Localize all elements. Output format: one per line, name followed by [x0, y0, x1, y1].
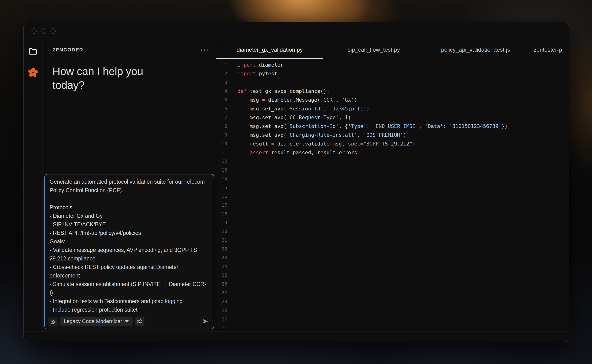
prompt-line: - Diameter Gx and Gy — [50, 212, 209, 220]
prompt-toolbar: Legacy Code Modernizer — [48, 316, 210, 326]
code-text — [227, 174, 237, 183]
line-number: 25 — [216, 271, 227, 280]
code-text: result = diameter.validate(msg, spec="3G… — [227, 139, 416, 148]
prompt-line: - Cross-check REST policy updates agains… — [50, 263, 209, 280]
code-text: def test_gx_avps_compliance(): — [227, 87, 329, 96]
tab-zentester-p[interactable]: zentester-p — [526, 40, 569, 59]
code-text: msg.set_avp('Session-Id', '12345;pcf1') — [227, 104, 370, 113]
code-editor[interactable]: 1import diameter2import pytest34def test… — [216, 59, 569, 331]
code-text — [227, 245, 237, 253]
code-line-4: 4def test_gx_avps_compliance(): — [216, 87, 569, 96]
overflow-menu-button[interactable]: ⋯ — [200, 47, 209, 52]
code-line-23: 23 — [216, 253, 569, 262]
send-button[interactable] — [200, 317, 210, 326]
line-number: 4 — [216, 87, 227, 96]
attach-file-button[interactable] — [48, 317, 58, 326]
code-line-12: 12 — [216, 157, 569, 166]
line-number: 21 — [216, 236, 227, 245]
line-number: 26 — [216, 280, 227, 288]
chat-panel-title: ZENCODER — [53, 47, 83, 53]
window-close-button[interactable] — [32, 28, 37, 34]
code-text — [227, 236, 237, 245]
prompt-line: - Simulate session establishment (SIP IN… — [50, 280, 209, 297]
line-number: 6 — [216, 104, 227, 113]
code-text — [227, 324, 237, 331]
line-number: 28 — [216, 297, 227, 306]
code-line-27: 27 — [216, 288, 569, 297]
tab-diameter-gx-validation-py[interactable]: diameter_gx_validation.py — [216, 40, 323, 59]
code-text — [227, 218, 237, 227]
code-text — [227, 227, 237, 236]
editor-tabbar: diameter_gx_validation.pysip_call_flow_t… — [216, 40, 569, 59]
tab-sip-call-flow-test-py[interactable]: sip_call_flow_test.py — [323, 40, 425, 59]
code-line-5: 5 msg = diameter.Message('CCR', 'Gx') — [216, 96, 569, 104]
zencoder-logo-icon[interactable] — [28, 67, 38, 78]
code-text — [227, 183, 237, 192]
prompt-line: - Include regression protection suitet — [50, 306, 209, 314]
window-zoom-button[interactable] — [51, 28, 56, 34]
code-text — [227, 280, 237, 288]
line-number: 16 — [216, 192, 227, 201]
welcome-heading: How can I help you today? — [53, 65, 176, 92]
prompt-line: Generate an automated protocol validatio… — [50, 177, 209, 195]
line-number: 10 — [216, 139, 227, 148]
code-text — [227, 262, 237, 271]
window-bottom-strip — [24, 332, 569, 342]
code-text — [227, 201, 237, 209]
prompt-line: Protocols: — [50, 203, 209, 212]
app-window: ZENCODER ⋯ How can I help you today? Gen… — [23, 22, 569, 342]
settings-sliders-button[interactable] — [135, 317, 144, 326]
desktop-background: { "colors": { "accent_border": "#4c8fd6"… — [0, 0, 592, 364]
code-line-30: 30 — [216, 315, 569, 324]
code-text — [227, 157, 237, 166]
line-number: 7 — [216, 113, 227, 122]
code-text: import diameter — [227, 60, 283, 69]
code-line-18: 18 — [216, 209, 569, 218]
code-line-17: 17 — [216, 201, 569, 209]
line-number: 24 — [216, 262, 227, 271]
prompt-input[interactable]: Generate an automated protocol validatio… — [44, 174, 214, 329]
prompt-line: - REST API: /tmf-api/policy/v4/policies — [50, 229, 209, 237]
sidebar-rail — [24, 40, 42, 331]
code-line-20: 20 — [216, 227, 569, 236]
line-number: 1 — [216, 60, 227, 69]
prompt-line: Goals: — [50, 237, 209, 246]
code-text — [227, 78, 237, 87]
line-number: 11 — [216, 148, 227, 157]
code-line-10: 10 result = diameter.validate(msg, spec=… — [216, 139, 569, 148]
code-line-16: 16 — [216, 192, 569, 201]
prompt-blank-line — [50, 195, 209, 203]
agent-selector-label: Legacy Code Modernizer — [64, 318, 122, 325]
code-text — [227, 253, 237, 262]
code-text — [227, 209, 237, 218]
code-text — [227, 297, 237, 306]
line-number: 8 — [216, 122, 227, 130]
chat-header: ZENCODER ⋯ — [43, 40, 216, 59]
code-line-15: 15 — [216, 183, 569, 192]
folder-icon[interactable] — [28, 46, 38, 57]
line-number: 17 — [216, 201, 227, 209]
line-number: 20 — [216, 227, 227, 236]
code-line-13: 13 — [216, 166, 569, 174]
code-text — [227, 315, 237, 324]
code-text — [227, 306, 237, 315]
line-number: 3 — [216, 78, 227, 87]
chevron-down-icon — [125, 320, 129, 323]
line-number: 9 — [216, 130, 227, 139]
code-line-21: 21 — [216, 236, 569, 245]
line-number: 30 — [216, 315, 227, 324]
code-line-11: 11 assert result.passed, result.errors — [216, 148, 569, 157]
code-line-26: 26 — [216, 280, 569, 288]
prompt-text: Generate an automated protocol validatio… — [50, 177, 209, 314]
code-line-29: 29 — [216, 306, 569, 315]
code-text: assert result.passed, result.errors — [227, 148, 357, 157]
line-number: 15 — [216, 183, 227, 192]
window-minimize-button[interactable] — [41, 28, 46, 34]
agent-selector[interactable]: Legacy Code Modernizer — [60, 317, 133, 326]
line-number: 5 — [216, 96, 227, 104]
line-number: 18 — [216, 209, 227, 218]
send-icon — [202, 318, 209, 325]
line-number: 19 — [216, 218, 227, 227]
code-line-22: 22 — [216, 245, 569, 253]
tab-policy-api-validation-test-js[interactable]: policy_api_validation.test.js — [425, 40, 526, 59]
